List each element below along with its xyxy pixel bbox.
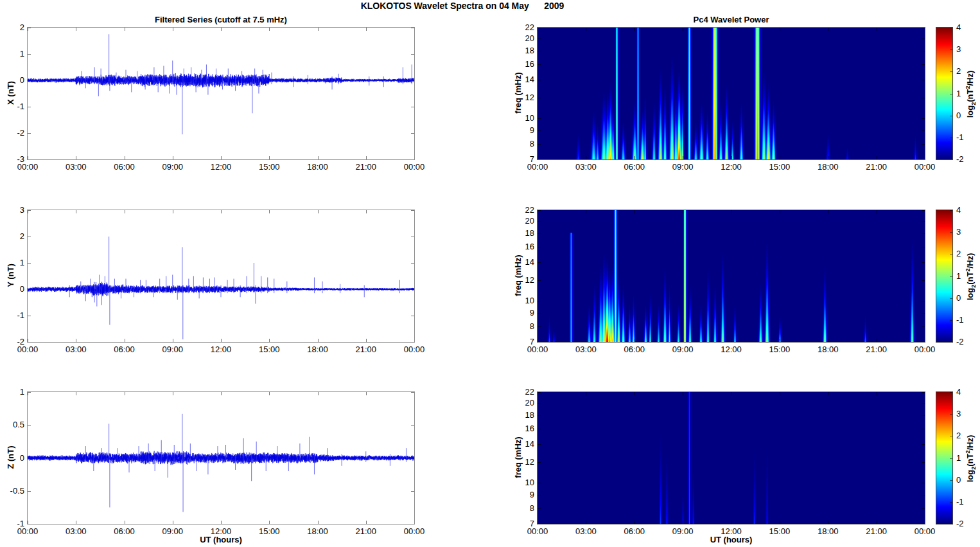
x-tick-label: 03:00 — [570, 162, 602, 172]
xlabel-left: UT (hours) — [28, 535, 414, 544]
x-tick-label: 12:00 — [715, 345, 748, 354]
x-tick-label: 00:00 — [909, 345, 941, 354]
x-tick-label: 12:00 — [205, 345, 237, 354]
waveform-canvas-x — [28, 28, 414, 159]
x-tick-label: 15:00 — [764, 345, 796, 354]
left-column-title: Filtered Series (cutoff at 7.5 mHz) — [28, 15, 414, 24]
x-tick-label: 15:00 — [253, 345, 285, 354]
colorbar-canvas-y — [936, 210, 952, 342]
xlabel-right: UT (hours) — [538, 535, 925, 544]
ylabel-y-spectrogram: freq (mHz) — [513, 210, 523, 341]
x-tick-label: 12:00 — [715, 162, 748, 172]
colorbar-canvas-x — [936, 28, 952, 159]
x-tick-label: 21:00 — [350, 345, 382, 354]
x-tick-label: 18:00 — [302, 162, 334, 172]
right-column-title: Pc4 Wavelet Power — [538, 15, 925, 24]
x-tick-label: 00:00 — [909, 162, 941, 172]
x-tick-label: 18:00 — [812, 162, 844, 172]
ylabel-x-spectrogram: freq (mHz) — [513, 27, 523, 159]
ylabel-z-series: Z (nT) — [6, 391, 15, 523]
panel-y-spectrogram: 00:0003:0006:0009:0012:0015:0018:0021:00… — [537, 210, 925, 343]
x-tick-label: 06:00 — [618, 162, 651, 172]
colorbar-label-x: log2(nT2/Hz) — [965, 28, 977, 160]
spectrogram-canvas-y — [538, 210, 925, 342]
colorbar-z: 43210-1-2 — [936, 391, 953, 525]
colorbar-y: 43210-1-2 — [936, 210, 953, 343]
panel-x-spectrogram: 00:0003:0006:0009:0012:0015:0018:0021:00… — [537, 27, 925, 160]
x-tick-label: 00:00 — [398, 162, 430, 172]
x-tick-label: 03:00 — [60, 162, 92, 172]
x-tick-label: 15:00 — [764, 162, 796, 172]
figure-title: KLOKOTOS Wavelet Spectra on 04 May 2009 — [0, 1, 925, 11]
x-tick-label: 12:00 — [205, 162, 237, 172]
x-tick-label: 15:00 — [253, 162, 285, 172]
x-tick-label: 09:00 — [157, 345, 189, 354]
x-tick-label: 09:00 — [667, 162, 699, 172]
x-tick-label: 06:00 — [618, 345, 651, 354]
x-tick-label: 09:00 — [157, 162, 189, 172]
colorbar-label-y: log2(nT2/Hz) — [965, 211, 977, 343]
x-tick-label: 06:00 — [109, 345, 141, 354]
spectrogram-canvas-x — [538, 28, 925, 159]
panel-x-series: 00:0003:0006:0009:0012:0015:0018:0021:00… — [27, 27, 415, 160]
x-tick-label: 21:00 — [861, 345, 893, 354]
spectrogram-canvas-z — [538, 392, 925, 524]
colorbar-canvas-z — [936, 392, 952, 524]
waveform-canvas-z — [28, 392, 414, 524]
x-tick-label: 21:00 — [350, 162, 382, 172]
x-tick-label: 18:00 — [812, 345, 844, 354]
x-tick-label: 21:00 — [861, 162, 893, 172]
x-tick-label: 06:00 — [109, 162, 141, 172]
x-tick-label: 03:00 — [60, 345, 92, 354]
panel-y-series: 00:0003:0006:0009:0012:0015:0018:0021:00… — [27, 210, 415, 343]
colorbar-x: 43210-1-2 — [936, 27, 953, 160]
panel-z-series: 00:0003:0006:0009:0012:0015:0018:0021:00… — [27, 391, 415, 525]
x-tick-label: 00:00 — [398, 345, 430, 354]
x-tick-label: 09:00 — [667, 345, 699, 354]
x-tick-label: 03:00 — [570, 345, 602, 354]
panel-z-spectrogram: 00:0003:0006:0009:0012:0015:0018:0021:00… — [537, 391, 925, 525]
ylabel-y-series: Y (nT) — [6, 210, 15, 341]
ylabel-x-series: X (nT) — [6, 27, 15, 159]
x-tick-label: 18:00 — [302, 345, 334, 354]
ylabel-z-spectrogram: freq (mHz) — [513, 391, 523, 523]
colorbar-label-z: log2(nT2/Hz) — [965, 393, 977, 525]
waveform-canvas-y — [28, 210, 414, 342]
